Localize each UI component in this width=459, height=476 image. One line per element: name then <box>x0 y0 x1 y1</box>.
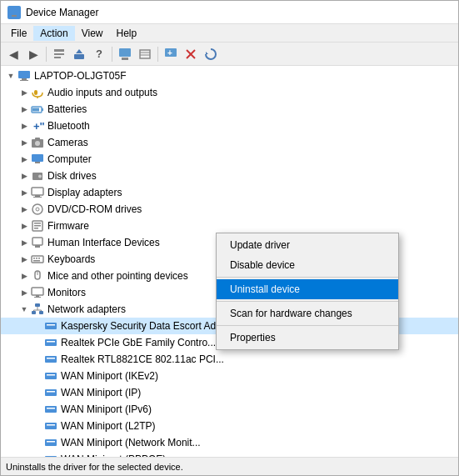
resources-button[interactable] <box>136 45 154 63</box>
keyboard-icon <box>31 253 44 266</box>
content-area: ▼ LAPTOP-OLJGT05F ▶ <box>1 66 458 457</box>
keyboards-expand: ▶ <box>17 253 31 266</box>
svg-rect-24 <box>32 108 39 112</box>
hid-icon <box>31 236 44 249</box>
wan-ip-expand: ▶ <box>31 386 44 399</box>
realtek-8821-icon <box>44 353 57 366</box>
wan-l2tp-expand: ▶ <box>31 419 44 433</box>
context-menu-scan-changes[interactable]: Scan for hardware changes <box>217 303 398 323</box>
display-icon <box>31 186 44 199</box>
mice-label: Mice and other pointing devices <box>47 270 188 282</box>
realtek-gbe-icon <box>44 336 57 349</box>
tree-item-dvd[interactable]: ▶ DVD/CD-ROM drives <box>1 201 458 218</box>
wan-network-icon <box>44 436 57 449</box>
cameras-label: Cameras <box>47 137 88 148</box>
svg-rect-74 <box>47 424 55 426</box>
dvd-label: DVD/CD-ROM drives <box>47 203 142 215</box>
window-title: Device Manager <box>26 7 98 18</box>
device-list-button[interactable] <box>116 45 134 63</box>
tree-item-batteries[interactable]: ▶ Batteries <box>1 101 458 118</box>
wan-pppoe-icon <box>44 453 57 457</box>
dvd-expand: ▶ <box>17 203 31 216</box>
svg-rect-33 <box>32 188 43 195</box>
wan-ipv6-icon <box>44 403 57 416</box>
tree-item-disk[interactable]: ▶ Disk drives <box>1 168 458 184</box>
tree-item-display[interactable]: ▶ Display adapters <box>1 184 458 201</box>
svg-rect-69 <box>45 389 57 396</box>
add-button[interactable]: + <box>162 45 180 63</box>
menu-action[interactable]: Action <box>33 26 74 41</box>
tree-item-realtek-8821[interactable]: ▶ Realtek RTL8821CE 802.11ac PCI... <box>1 351 458 368</box>
svg-rect-76 <box>47 441 55 443</box>
tree-item-wan-network[interactable]: ▶ WAN Miniport (Network Monit... <box>1 434 458 451</box>
svg-rect-55 <box>32 311 36 314</box>
wan-network-label: WAN Miniport (Network Monit... <box>61 437 201 448</box>
svg-rect-9 <box>140 50 150 58</box>
context-menu: Update driver Disable device Uninstall d… <box>216 233 399 350</box>
hid-label: Human Interface Devices <box>47 237 160 248</box>
svg-rect-73 <box>45 423 57 429</box>
tree-item-bluetooth[interactable]: ▶ +" style="font-family:sans-serif;">ᛒ B… <box>1 118 458 134</box>
keyboards-label: Keyboards <box>47 253 95 265</box>
menu-help[interactable]: Help <box>110 26 144 41</box>
svg-rect-29 <box>32 154 43 162</box>
context-menu-uninstall-device[interactable]: Uninstall device <box>217 279 398 299</box>
context-menu-properties[interactable]: Properties <box>217 328 398 348</box>
tree-item-wan-ipv6[interactable]: ▶ WAN Miniport (IPv6) <box>1 401 458 418</box>
audio-label: Audio inputs and outputs <box>47 87 157 98</box>
svg-rect-19 <box>20 80 28 81</box>
svg-rect-68 <box>47 374 55 376</box>
svg-rect-54 <box>35 303 40 307</box>
tree-item-wan-ikev2[interactable]: ▶ WAN Miniport (IKEv2) <box>1 368 458 384</box>
context-menu-disable-device[interactable]: Disable device <box>217 255 398 275</box>
realtek-gbe-label: Realtek PCIe GbE Family Contro... <box>61 337 216 348</box>
properties-button[interactable] <box>50 45 68 63</box>
audio-expand: ▶ <box>17 86 31 99</box>
svg-marker-16 <box>206 52 208 54</box>
help-button[interactable]: ? <box>90 45 108 63</box>
audio-icon <box>31 86 44 99</box>
wan-ikev2-icon <box>44 369 57 383</box>
tree-item-audio[interactable]: ▶ Audio inputs and outputs <box>1 84 458 101</box>
svg-rect-42 <box>32 238 42 245</box>
svg-rect-71 <box>45 406 57 413</box>
root-label: LAPTOP-OLJGT05F <box>34 70 126 82</box>
status-text: Uninstalls the driver for the selected d… <box>6 462 183 472</box>
batteries-label: Batteries <box>47 103 87 115</box>
svg-rect-23 <box>42 108 43 111</box>
tree-root[interactable]: ▼ LAPTOP-OLJGT05F <box>1 68 458 84</box>
svg-rect-45 <box>33 258 35 259</box>
disk-expand: ▶ <box>17 169 31 183</box>
tree-item-cameras[interactable]: ▶ Cameras <box>1 134 458 151</box>
svg-rect-43 <box>35 245 40 248</box>
tree-item-wan-l2tp[interactable]: ▶ WAN Miniport (L2TP) <box>1 418 458 434</box>
tree-item-wan-pppoe[interactable]: ▶ WAN Miniport (PPPOE) <box>1 451 458 457</box>
svg-rect-66 <box>47 358 55 359</box>
menu-file[interactable]: File <box>4 26 33 41</box>
menu-view[interactable]: View <box>75 26 110 41</box>
monitors-expand: ▶ <box>17 286 31 299</box>
wan-ikev2-label: WAN Miniport (IKEv2) <box>61 370 158 382</box>
svg-rect-56 <box>39 311 43 314</box>
network-label: Network adapters <box>47 303 126 315</box>
forward-button[interactable]: ▶ <box>24 45 42 63</box>
tree-item-firmware[interactable]: ▶ Firmware <box>1 218 458 234</box>
update-driver-button[interactable] <box>70 45 88 63</box>
tree-item-wan-ip[interactable]: ▶ WAN Miniport (IP) <box>1 384 458 401</box>
context-menu-update-driver[interactable]: Update driver <box>217 235 398 255</box>
display-label: Display adapters <box>47 187 122 198</box>
svg-rect-8 <box>122 58 128 60</box>
tree-item-computer[interactable]: ▶ Computer <box>1 151 458 168</box>
realtek-gbe-expand: ▶ <box>31 336 44 349</box>
svg-rect-4 <box>54 57 61 58</box>
remove-button[interactable] <box>182 45 200 63</box>
svg-point-32 <box>38 175 42 178</box>
svg-rect-67 <box>45 373 57 379</box>
svg-rect-44 <box>32 256 43 263</box>
wan-ip-icon <box>44 386 57 399</box>
context-menu-separator <box>217 277 398 278</box>
computer-expand: ▶ <box>17 153 31 166</box>
scan-button[interactable] <box>202 45 220 63</box>
svg-rect-17 <box>18 71 30 78</box>
back-button[interactable]: ◀ <box>4 45 22 63</box>
